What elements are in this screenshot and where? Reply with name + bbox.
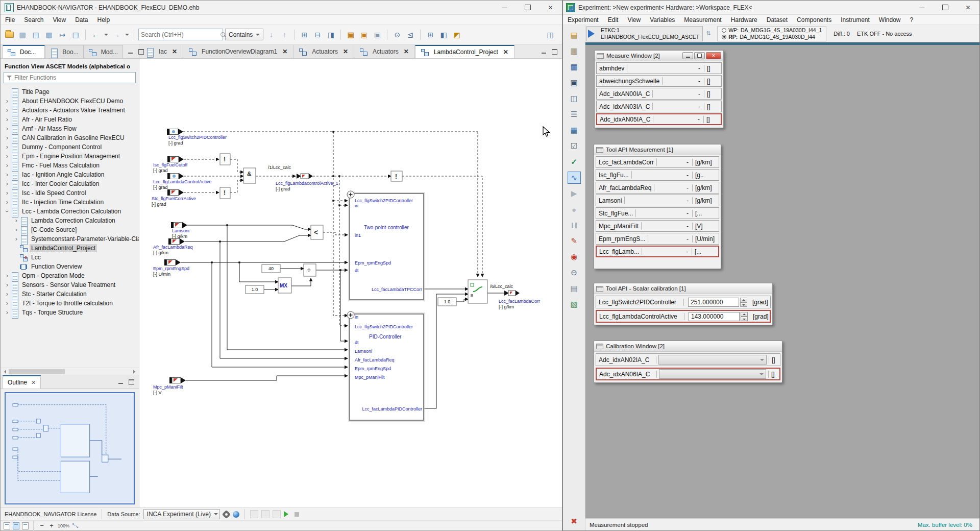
measure-window-panel[interactable]: Measure Window [2] abmhdev	[594, 50, 724, 128]
tree-expander-icon[interactable]	[4, 143, 11, 151]
input-port-switch2pid[interactable]	[167, 129, 183, 135]
menu-item[interactable]: File	[1, 15, 19, 25]
print-icon[interactable]: ▦	[43, 29, 55, 40]
less-than-block[interactable]: <	[311, 225, 323, 239]
menu-item[interactable]: Help	[93, 15, 115, 25]
zoom-level[interactable]: 100%	[58, 524, 69, 528]
menu-item[interactable]: View	[48, 15, 70, 25]
outline-thumbnail[interactable]	[5, 392, 135, 504]
menu-item[interactable]: Measurement	[679, 15, 726, 25]
annotate-icon[interactable]: ◧	[438, 29, 449, 40]
tree-expander-icon[interactable]	[4, 189, 11, 197]
monitor-icon[interactable]: ◫	[568, 92, 581, 105]
tool-api-calibration-panel[interactable]: Tool API - Scalar calibration [1] Lcc_fl…	[594, 283, 773, 325]
report-icon[interactable]: ▤	[70, 29, 81, 40]
zoom-in-icon[interactable]: +	[48, 522, 55, 529]
tree-item[interactable]: T2t - Torque to throttle calculation	[1, 299, 139, 308]
tree-item[interactable]: About EHANDBOOK FlexECU Demo	[1, 96, 139, 106]
settings-gear-icon[interactable]	[223, 511, 230, 518]
calibration-icon[interactable]: ✎	[568, 235, 581, 247]
zoom-out-icon[interactable]: −	[38, 522, 45, 529]
editor-tab[interactable]: LambdaControl_Project ✕	[415, 45, 514, 58]
contains-select[interactable]: Contains	[225, 29, 263, 40]
maximize-button[interactable]	[516, 1, 539, 14]
close-button[interactable]	[539, 1, 562, 14]
menu-item[interactable]: ?	[905, 15, 918, 25]
menu-item[interactable]: Experiment	[563, 15, 603, 25]
menu-item[interactable]: View	[623, 15, 645, 25]
output-port-lcc-fac-lambda-corr[interactable]	[504, 291, 520, 296]
calibration-row[interactable]: Lcc_flgSwitch2PIDController 251.000000 […	[596, 296, 771, 308]
constant-1-0-b[interactable]: 1.0	[438, 298, 456, 306]
calibration-window-panel[interactable]: Calibration Window [2] Adc_idxAN02IA_C […	[594, 341, 782, 383]
book-view-icon[interactable]	[22, 522, 29, 529]
panel-tab[interactable]: Boo...	[45, 45, 83, 58]
not-block-1[interactable]: !	[220, 154, 230, 165]
tool-api-calibration-titlebar[interactable]: Tool API - Scalar calibration [1]	[594, 283, 772, 294]
menu-item[interactable]: Instrument	[836, 15, 874, 25]
tree-expander-icon[interactable]	[4, 125, 11, 132]
open-icon[interactable]	[4, 29, 15, 40]
previous-diagram-icon[interactable]: ⊴	[405, 29, 416, 40]
two-point-controller-block[interactable]: Lcc_flgSwitch2PIDController in Two-point…	[347, 191, 425, 301]
tree-item[interactable]: Amf - Air Mass Flow	[1, 124, 139, 133]
division-block[interactable]: ÷	[304, 264, 316, 276]
tree-item[interactable]: Actuators - Actuators Value Treatment	[1, 106, 139, 115]
tree-expander-icon[interactable]	[4, 98, 11, 105]
and-block[interactable]: &	[243, 168, 256, 183]
measure-row[interactable]: Adc_idxAN05IA_C - []	[596, 113, 722, 125]
start-measurement-icon[interactable]: ▶	[568, 187, 581, 200]
measure-row[interactable]: Lamsoni - [g/km]	[596, 195, 719, 206]
output-port-lcc-control-active-1[interactable]	[297, 174, 313, 179]
forward-history-caret-icon[interactable]	[124, 29, 130, 40]
panel-tab[interactable]: Doc...	[3, 45, 45, 58]
open-model-window-icon[interactable]: ▣	[358, 29, 370, 40]
menu-item[interactable]: Variables	[645, 15, 679, 25]
tree-expander-icon[interactable]	[4, 281, 11, 288]
tree-expander-icon[interactable]	[13, 226, 20, 233]
expand-all-icon[interactable]: ⊞	[299, 29, 310, 40]
close-tab-icon[interactable]: ✕	[503, 49, 508, 56]
measure-row[interactable]: Stc_flgFue... - [...	[596, 207, 719, 219]
library-icon[interactable]: ▥	[17, 29, 28, 40]
dataset-icon[interactable]: ▧	[568, 298, 581, 310]
measure-row[interactable]: Adc_idxAN03IA_C - []	[596, 101, 722, 112]
tree-expander-icon[interactable]	[4, 171, 11, 178]
editor-tab[interactable]: Iac ✕	[140, 45, 183, 58]
tree-expander-icon[interactable]	[4, 107, 11, 114]
tree-item[interactable]: Tqs - Torque Structure	[1, 308, 139, 317]
calibration-row[interactable]: Lcc_flgLambdaControlActive 143.000000 [g…	[596, 310, 771, 323]
wp-radio[interactable]	[722, 28, 726, 33]
menu-item[interactable]: Hardware	[726, 15, 762, 25]
tree-item[interactable]: Itc - Injection Time Calculation	[1, 198, 139, 207]
tree-item[interactable]: LambdaControl_Project	[1, 244, 139, 253]
tree-item[interactable]: Dummy - Component Control	[1, 142, 139, 152]
panel-minimize-button[interactable]	[682, 52, 693, 59]
minimize-button[interactable]	[493, 1, 516, 14]
tree-item[interactable]: CAN Calibration in Gasoline FlexECU	[1, 133, 139, 142]
scroll-right-icon[interactable]	[132, 369, 139, 375]
measure-row[interactable]: abmhdev - []	[596, 62, 722, 74]
tree-item[interactable]: Fmc - Fuel Mass Calculation	[1, 161, 139, 170]
save-icon[interactable]: ▦	[568, 61, 581, 73]
memory-page-icon[interactable]: ▤	[568, 282, 581, 295]
tool-api-measurement-panel[interactable]: Tool API Measurement [1] Lcc_facLambdaCo…	[594, 144, 721, 269]
editor-minimize-icon[interactable]	[541, 49, 548, 55]
menu-item[interactable]: Components	[792, 15, 836, 25]
editor-maximize-icon[interactable]	[551, 49, 558, 55]
sync-selection-icon[interactable]: ◨	[325, 29, 336, 40]
tree-expander-icon[interactable]	[4, 309, 11, 316]
tree-expander-icon[interactable]	[4, 153, 11, 160]
previous-result-icon[interactable]: ↑	[279, 29, 290, 40]
calibration-window-titlebar[interactable]: Calibration Window [2]	[594, 341, 782, 352]
tree-horizontal-scrollbar[interactable]	[1, 368, 139, 375]
close-tab-icon[interactable]: ✕	[282, 48, 287, 55]
measure-row[interactable]: abweichungsSchwelle - []	[596, 75, 722, 87]
input-port-mpc-pmanifilt[interactable]	[169, 377, 186, 383]
tool-api-measurement-titlebar[interactable]: Tool API Measurement [1]	[594, 144, 721, 155]
device-selector[interactable]: ETKC:1 EHANDBOOK_FlexECU_DEMO_ASCET	[586, 26, 703, 41]
swap-pages-icon[interactable]: ⇅	[706, 28, 714, 39]
outline-maximize-icon[interactable]	[128, 379, 135, 385]
input-port-stc-fuel-corr[interactable]	[167, 189, 184, 196]
panel-maximize-icon[interactable]	[137, 49, 144, 55]
